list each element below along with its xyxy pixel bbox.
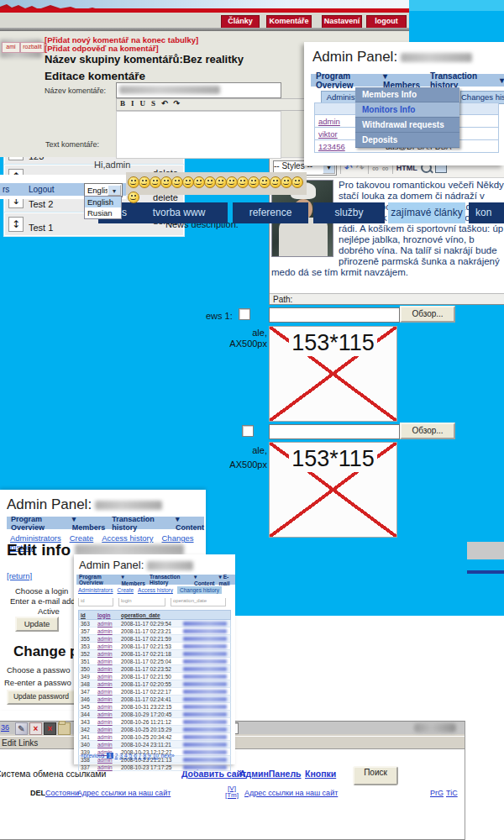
login-link[interactable]: admin bbox=[97, 689, 121, 695]
nav-button[interactable]: kon bbox=[469, 202, 504, 223]
v-tm-column-header[interactable]: [V][Tm] bbox=[225, 785, 239, 799]
format-button[interactable]: I bbox=[131, 99, 134, 108]
login-link[interactable]: admin bbox=[97, 628, 121, 634]
page-number-link[interactable]: 10 bbox=[153, 753, 159, 759]
censored-action-link[interactable] bbox=[183, 750, 227, 754]
emoticon-icon[interactable] bbox=[150, 176, 161, 188]
login-link[interactable]: admin bbox=[97, 659, 121, 664]
censored-action-link[interactable] bbox=[183, 652, 227, 656]
emoticon-icon[interactable] bbox=[193, 176, 205, 188]
clanky-button[interactable]: Články bbox=[221, 15, 260, 29]
login-link[interactable]: admin bbox=[97, 621, 121, 627]
emoticon-icon[interactable] bbox=[204, 176, 216, 188]
nav-button[interactable]: zajímavé články bbox=[388, 202, 465, 223]
admin-panel-link[interactable]: АдминПанель bbox=[239, 769, 302, 779]
menu-item[interactable] bbox=[500, 76, 504, 85]
login-link[interactable]: admin bbox=[97, 727, 121, 732]
censored-action-link[interactable] bbox=[183, 659, 227, 664]
comment-editor-area[interactable] bbox=[116, 111, 281, 159]
date-filter-input[interactable]: operation_date bbox=[171, 598, 226, 606]
censored-action-link[interactable] bbox=[183, 682, 227, 686]
menu-item[interactable]: Transaction history bbox=[112, 515, 169, 532]
logout-link[interactable]: Logout bbox=[29, 185, 55, 194]
censored-action-link[interactable] bbox=[183, 675, 227, 679]
nav-button[interactable]: tvorba www bbox=[130, 202, 228, 223]
update-button[interactable]: Update bbox=[15, 617, 59, 632]
emoticon-icon[interactable] bbox=[237, 176, 249, 188]
login-link[interactable]: admin bbox=[97, 636, 121, 642]
update-password-button[interactable]: Update password bbox=[7, 690, 76, 705]
login-link[interactable]: admin bbox=[97, 742, 121, 748]
censored-action-link[interactable] bbox=[183, 727, 227, 732]
page-number-link[interactable]: 4 bbox=[124, 753, 128, 759]
emoticon-icon[interactable] bbox=[160, 176, 172, 188]
chevron-down-icon[interactable]: ▾ bbox=[108, 185, 121, 196]
emoticon-icon[interactable] bbox=[291, 176, 303, 188]
login-link[interactable]: admin bbox=[97, 651, 121, 657]
news2-checkbox[interactable] bbox=[242, 425, 254, 437]
menu-item[interactable]: Transaction History bbox=[150, 574, 190, 585]
login-link[interactable]: admin bbox=[97, 696, 121, 702]
sublink[interactable]: Create bbox=[118, 587, 134, 593]
emoticon-icon[interactable] bbox=[139, 176, 150, 188]
menu-item[interactable]: Content bbox=[194, 574, 215, 586]
dropdown-menu-item[interactable]: Members Info bbox=[355, 87, 459, 102]
login-link[interactable]: admin bbox=[97, 711, 121, 717]
mini-button-2[interactable]: rozbalit bbox=[20, 42, 45, 53]
format-button[interactable]: ↶ bbox=[161, 99, 168, 108]
nav-button[interactable]: služby bbox=[313, 202, 385, 223]
logout-button[interactable]: logout bbox=[366, 15, 407, 29]
login-link[interactable]: admin bbox=[97, 674, 121, 680]
page-number-link[interactable]: 9 bbox=[148, 753, 151, 759]
emoticon-icon[interactable] bbox=[215, 176, 227, 188]
next-link[interactable]: next» bbox=[161, 753, 175, 759]
previous-link[interactable]: «previous bbox=[81, 753, 104, 759]
page-number-link[interactable]: 3 bbox=[119, 753, 123, 759]
login-filter-input[interactable]: login bbox=[118, 598, 165, 606]
editor-content[interactable]: Pro takovou romantickou večeři Někdy sta… bbox=[270, 178, 504, 293]
censored-action-link[interactable] bbox=[183, 735, 227, 739]
folder-icon[interactable] bbox=[58, 722, 71, 735]
format-button[interactable]: U bbox=[140, 99, 146, 108]
url2-column-header[interactable]: Адрес ссылки на наш сайт bbox=[244, 789, 338, 797]
id-filter-input[interactable]: id bbox=[78, 598, 113, 606]
censored-action-link[interactable] bbox=[183, 712, 227, 717]
browse-button-1[interactable]: Обзор... bbox=[400, 306, 455, 323]
page-number-link[interactable]: 1 bbox=[107, 753, 113, 759]
sublink[interactable]: Changes history bbox=[177, 586, 222, 594]
menu-item[interactable]: Content bbox=[176, 515, 204, 532]
language-option[interactable]: Rusian bbox=[85, 207, 121, 218]
emoticon-icon[interactable] bbox=[128, 192, 139, 203]
search-button[interactable]: Поиск bbox=[353, 766, 398, 785]
page-number-link[interactable]: 8 bbox=[143, 753, 146, 759]
login-link[interactable]: admin bbox=[97, 643, 121, 649]
page-number-link[interactable]: 5 bbox=[129, 753, 133, 759]
emoticon-icon[interactable] bbox=[128, 176, 139, 188]
login-column-header[interactable]: login bbox=[97, 612, 121, 618]
emoticon-icon[interactable] bbox=[182, 176, 194, 188]
censored-action-link[interactable] bbox=[183, 637, 227, 641]
censored-action-link[interactable] bbox=[183, 705, 227, 709]
nav-button[interactable]: reference bbox=[233, 202, 308, 223]
comment-name-input[interactable] bbox=[116, 82, 281, 98]
emoticon-icon[interactable] bbox=[226, 176, 238, 188]
censored-action-link[interactable] bbox=[183, 758, 227, 762]
date-column-header[interactable]: operation_date bbox=[121, 612, 183, 618]
status-x-icon[interactable]: × bbox=[44, 722, 56, 735]
login-link[interactable]: admin bbox=[97, 719, 121, 725]
login-link[interactable]: admin bbox=[97, 681, 121, 687]
return-link[interactable]: [return] bbox=[7, 571, 32, 580]
censored-action-link[interactable] bbox=[183, 629, 227, 633]
censored-action-link[interactable] bbox=[183, 667, 227, 671]
add-reply-link[interactable]: [Přidat odpověď na komentář] bbox=[45, 44, 159, 53]
censored-action-link[interactable] bbox=[183, 644, 227, 648]
menu-item[interactable]: Program Overview bbox=[79, 574, 117, 585]
url-column-header[interactable]: Адрес ссылки на наш сайт bbox=[77, 789, 171, 797]
format-button[interactable]: S bbox=[151, 99, 155, 108]
sublink[interactable]: Access history bbox=[138, 587, 173, 593]
login-link[interactable]: admin bbox=[97, 734, 121, 740]
tic-column-header[interactable]: TiC bbox=[446, 789, 458, 797]
status-column-header[interactable]: Состояни bbox=[45, 789, 79, 797]
language-option[interactable]: English bbox=[85, 197, 121, 207]
file-path-input-1[interactable] bbox=[269, 307, 400, 323]
